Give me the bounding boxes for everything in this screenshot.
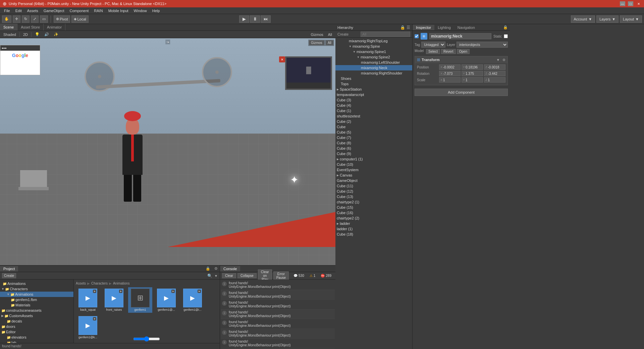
hier-item-tops[interactable]: Tops [335, 81, 412, 87]
tab-project[interactable]: Project [0, 266, 18, 271]
layout-dropdown[interactable]: Layout ▼ [620, 15, 642, 23]
hier-item-spine1[interactable]: ▼ mixamorig:Spine1 [335, 49, 412, 54]
hier-item-chairtype2-2[interactable]: chairtype2 (2) [335, 215, 412, 221]
gizmos-btn[interactable]: Gizmos [309, 32, 324, 37]
hier-item-cube3[interactable]: Cube (3) [335, 97, 412, 103]
tool-scale[interactable]: ⤢ [31, 15, 39, 23]
search-icon[interactable]: 🔍 [207, 273, 213, 279]
asset-genfem1[interactable]: ⊞ genfem1 [128, 287, 152, 313]
maximize-button[interactable]: □ [628, 1, 633, 6]
menu-gameobject[interactable]: GameObject [41, 8, 67, 13]
hierarchy-search-input[interactable] [361, 32, 410, 37]
hier-item-leftshoulder[interactable]: mixamorig:LeftShoulder [335, 60, 412, 65]
tool-rect[interactable]: ▭ [40, 15, 48, 23]
shading-dropdown[interactable]: Shaded [2, 32, 17, 37]
fx-btn[interactable]: ✨ [52, 32, 60, 37]
hier-item-cube2[interactable]: Cube (2) [335, 119, 412, 124]
project-settings-icon[interactable]: ⚙ [212, 266, 220, 271]
pivot-button[interactable]: ⊕ Pivot [54, 15, 70, 23]
asset-back-squat[interactable]: ▶ ▶ back_squat [76, 287, 100, 313]
hier-item-cube[interactable]: Cube [335, 124, 412, 130]
all-toggle[interactable]: All [326, 40, 333, 45]
hier-item-cube8[interactable]: Cube (8) [335, 140, 412, 146]
object-name-field[interactable] [429, 33, 491, 39]
tree-item-genfem[interactable]: 📁 genfem1.fbm [0, 297, 73, 302]
tree-item-materials[interactable]: 📁 Materials [0, 302, 73, 308]
2d-toggle[interactable]: 2D [22, 32, 29, 37]
hier-item-cube15[interactable]: Cube (15) [335, 205, 412, 210]
collapse-button[interactable]: Collapse [237, 273, 257, 278]
path-assets[interactable]: Assets [76, 282, 86, 285]
select-button[interactable]: Select [426, 49, 440, 54]
tree-item-animations[interactable]: ▼ 📁 Animations [0, 292, 73, 297]
clear-button[interactable]: Clear [222, 273, 236, 278]
scale-z-field[interactable]: Z 1 [484, 77, 505, 83]
hier-item-eventsystem[interactable]: EventSystem [335, 167, 412, 172]
tree-item-lab[interactable]: 📁 lab [0, 340, 73, 343]
hier-item-cube12[interactable]: Cube (12) [335, 189, 412, 194]
rot-y-field[interactable]: Y 1.375 [462, 71, 483, 76]
hier-item-ladder[interactable]: ▶ ladder [335, 221, 412, 226]
menu-component[interactable]: Component [67, 8, 91, 13]
hier-item-shoes[interactable]: Shoes [335, 76, 412, 81]
tab-asset-store[interactable]: Asset Store [17, 24, 44, 31]
minimize-button[interactable]: — [620, 1, 625, 6]
scale-x-field[interactable]: X 1 [439, 77, 461, 83]
create-dropdown[interactable]: Create [2, 273, 16, 278]
tree-item-custom[interactable]: ▶ 📁 CustomAssets [0, 313, 73, 318]
transform-section-header[interactable]: ⊞ Transform ▼ ⚙ [415, 56, 507, 63]
asset-genfem1-at2[interactable]: ▶ ▶ genfem1@i... [180, 287, 205, 313]
tab-animator[interactable]: Animator [44, 24, 65, 31]
asset-row2-2[interactable]: ▶ ▶ genfem1@s... [102, 342, 126, 343]
rot-x-field[interactable]: X -7.073 [439, 71, 461, 76]
menu-window[interactable]: Window [131, 8, 150, 13]
hier-item-cube4[interactable]: Cube (4) [335, 103, 412, 108]
hierarchy-create-btn[interactable]: Create [337, 32, 348, 36]
transform-menu[interactable]: ⚙ [502, 58, 505, 62]
hier-item-cube10[interactable]: Cube (10) [335, 162, 412, 167]
pos-y-field[interactable]: Y 0.18196 [462, 64, 483, 70]
hier-item-tempavatarscript[interactable]: tempavatarscript [335, 92, 412, 97]
pos-z-field[interactable]: Z -0.0018 [484, 64, 505, 70]
menu-assets[interactable]: Assets [24, 8, 41, 13]
tab-lighting[interactable]: Lighting [434, 25, 454, 30]
tool-rotate[interactable]: ↻ [22, 15, 30, 23]
lights-btn[interactable]: 💡 [34, 32, 41, 37]
tab-console[interactable]: Console [220, 266, 240, 271]
asset-row2-1[interactable]: ▶ ▶ genfem1@... [76, 342, 100, 343]
pos-x-field[interactable]: X -0.0002 [439, 64, 461, 70]
hier-item-rightTopLeg[interactable]: mixamorig:RightTopLeg [335, 38, 412, 44]
step-button[interactable]: ⏭ [261, 15, 271, 23]
gizmos-toggle[interactable]: Gizmos [309, 40, 324, 45]
asset-row2-5[interactable]: ▶ ▶ genfem1@s... [180, 342, 205, 343]
hier-item-chairtype2-1[interactable]: chairtype2 (1) [335, 199, 412, 205]
account-dropdown[interactable]: Account ▼ [571, 15, 595, 23]
tree-item-animations-top[interactable]: 📁 Animations [0, 281, 73, 286]
hier-item-computer1[interactable]: ▶ computer1 (1) [335, 156, 412, 162]
tool-move[interactable]: ✛ [13, 15, 20, 23]
hier-item-cube11[interactable]: Cube (11) [335, 183, 412, 189]
filter-icon[interactable]: ▾ [214, 273, 218, 279]
hierarchy-lock-btn[interactable]: 🔒 [400, 25, 405, 30]
hier-item-spacestation[interactable]: ▶ SpaceStation [335, 87, 412, 92]
hier-item-cube18[interactable]: Cube (18) [335, 232, 412, 237]
all-btn[interactable]: All [327, 32, 333, 37]
hier-item-spine2[interactable]: ▼ mixamorig:Spine2 [335, 54, 412, 60]
hier-item-cube7[interactable]: Cube (7) [335, 135, 412, 140]
layers-dropdown[interactable]: Layers ▼ [596, 15, 619, 23]
asset-row2-3[interactable]: ▶ ▶ genfem1@s... [128, 342, 152, 343]
tree-item-doors[interactable]: 📁 doors [0, 324, 73, 329]
hier-item-cube16[interactable]: Cube (16) [335, 210, 412, 215]
add-component-button[interactable]: Add Component [415, 89, 508, 96]
asset-row2-4[interactable]: ▶ ▶ genfem1@s... [154, 342, 178, 343]
menu-edit[interactable]: Edit [13, 8, 24, 13]
path-animations[interactable]: Animations [113, 282, 129, 285]
menu-mobile-input[interactable]: Mobile Input [106, 8, 131, 13]
asset-genfem1-at3[interactable]: ▶ ▶ genfem1@k... [76, 315, 100, 340]
revert-button[interactable]: Revert [441, 49, 455, 54]
hier-item-cube6[interactable]: Cube (6) [335, 146, 412, 151]
console-output[interactable]: i found hands! UnityEngine.MonoBehaviour… [220, 280, 335, 349]
audio-btn[interactable]: 🔊 [43, 32, 50, 37]
project-lock-icon[interactable]: 🔒 [204, 266, 212, 271]
tab-inspector[interactable]: Inspector [413, 25, 434, 30]
